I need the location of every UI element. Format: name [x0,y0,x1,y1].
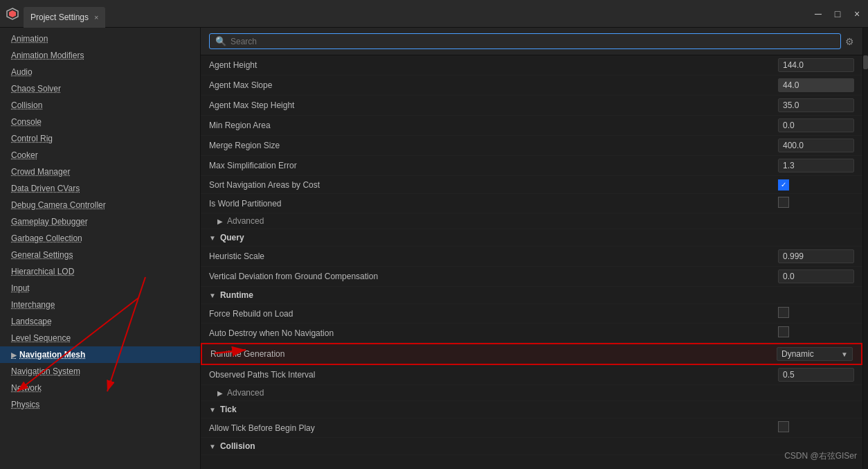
sidebar-item-physics[interactable]: Physics [0,396,200,413]
sidebar-item-console[interactable]: Console [0,114,200,130]
right-scrollbar[interactable] [862,28,868,469]
tick-section-header[interactable]: ▼ Tick [201,401,862,418]
runtime-section-label: Runtime [220,290,253,300]
sidebar-item-cooker[interactable]: Cooker [0,147,200,163]
collision-section-header[interactable]: ▼ Collision [201,438,862,455]
agent-height-input[interactable] [778,58,854,72]
sidebar-item-control-rig[interactable]: Control Rig [0,130,200,147]
observed-paths-row: Observed Paths Tick Interval [201,365,862,385]
vertical-deviation-label: Vertical Deviation from Ground Compensat… [209,272,778,281]
window-controls: ─ □ × [813,8,862,19]
agent-max-slope-value[interactable] [778,78,854,92]
sidebar-label: Crowd Manager [11,167,70,177]
sidebar-item-chaos-solver[interactable]: Chaos Solver [0,80,200,97]
runtime-advanced-row[interactable]: ▶ Advanced [201,385,862,401]
agent-height-value[interactable] [778,58,854,72]
allow-tick-checkbox[interactable] [778,421,789,432]
allow-tick-label: Allow Tick Before Begin Play [209,423,778,433]
sidebar-item-crowd-manager[interactable]: Crowd Manager [0,163,200,180]
query-collapse-icon: ▼ [209,234,216,242]
tick-collapse-icon: ▼ [209,406,216,414]
merge-region-size-row: Merge Region Size [201,136,862,156]
max-simplification-error-input[interactable] [778,159,854,172]
sidebar-item-interchange[interactable]: Interchange [0,297,200,313]
sidebar-label: Cooker [11,150,38,160]
agent-max-step-height-input[interactable] [778,98,854,112]
search-input[interactable] [230,37,835,46]
sort-nav-areas-label: Sort Navigation Areas by Cost [209,180,778,190]
sidebar-item-audio[interactable]: Audio [0,64,200,80]
allow-tick-row: Allow Tick Before Begin Play [201,418,862,438]
sidebar-item-general-settings[interactable]: General Settings [0,247,200,263]
query-section-label: Query [220,233,244,242]
sort-nav-areas-checkbox[interactable]: ✓ [778,179,789,191]
advanced-label: Advanced [227,216,264,226]
sidebar-item-input[interactable]: Input [0,280,200,297]
sidebar-item-level-sequence[interactable]: Level Sequence [0,330,200,346]
agent-max-slope-label: Agent Max Slope [209,80,778,90]
sidebar-label: Chaos Solver [11,84,61,94]
sidebar-label: Debug Camera Controller [11,200,106,210]
svg-marker-1 [9,10,16,17]
main-content: Animation Animation Modifiers Audio Chao… [0,28,868,469]
agent-max-slope-input[interactable] [778,78,854,92]
sidebar-item-gameplay-debugger[interactable]: Gameplay Debugger [0,213,200,230]
sidebar-label: General Settings [11,250,73,260]
minimize-button[interactable]: ─ [813,8,824,19]
sidebar-item-hierarchical-lod[interactable]: Hierarchical LOD [0,263,200,280]
agent-max-step-height-label: Agent Max Step Height [209,100,778,110]
sidebar-item-debug-camera[interactable]: Debug Camera Controller [0,197,200,213]
observed-paths-input[interactable] [778,368,854,382]
auto-destroy-checkbox[interactable] [778,326,789,337]
close-button[interactable]: × [851,8,862,19]
search-wrapper[interactable]: 🔍 [209,33,841,49]
sidebar-label: Collision [11,100,42,110]
sidebar-item-navigation-mesh[interactable]: ▶ Navigation Mesh [0,346,200,363]
min-region-area-input[interactable] [778,118,854,132]
collision-collapse-icon: ▼ [209,443,216,450]
force-rebuild-checkbox[interactable] [778,307,789,318]
sidebar-item-network[interactable]: Network [0,380,200,396]
sidebar-label: Animation [11,34,48,44]
sidebar-label: Data Driven CVars [11,184,80,193]
sidebar-label: Audio [11,67,33,77]
is-world-partitioned-label: Is World Partitioned [209,199,778,209]
sidebar-item-data-driven-cvars[interactable]: Data Driven CVars [0,180,200,197]
project-settings-tab[interactable]: Project Settings × [24,7,105,28]
sidebar-item-garbage-collection[interactable]: Garbage Collection [0,230,200,247]
sidebar-item-animation[interactable]: Animation [0,30,200,47]
is-world-partitioned-checkbox[interactable] [778,197,789,208]
watermark: CSDN @右弦GISer [784,450,857,462]
sidebar-label: Control Rig [11,134,53,143]
vertical-deviation-input[interactable] [778,269,854,283]
search-icon: 🔍 [215,36,226,46]
max-simplification-error-label: Max Simplification Error [209,161,778,170]
max-simplification-error-row: Max Simplification Error [201,156,862,176]
runtime-generation-dropdown[interactable]: Dynamic ▼ [777,347,853,361]
sidebar-item-navigation-system[interactable]: Navigation System [0,363,200,380]
heuristic-scale-input[interactable] [778,249,854,263]
advanced-row-top[interactable]: ▶ Advanced [201,213,862,229]
sidebar: Animation Animation Modifiers Audio Chao… [0,28,201,469]
sidebar-item-collision[interactable]: Collision [0,97,200,114]
sidebar-label: Hierarchical LOD [11,267,74,276]
settings-icon[interactable]: ⚙ [845,36,854,47]
runtime-section-header[interactable]: ▼ Runtime [201,287,862,304]
title-bar: Project Settings × ─ □ × [0,0,868,28]
tab-close-button[interactable]: × [94,13,98,21]
sidebar-item-landscape[interactable]: Landscape [0,313,200,330]
content-area: 🔍 ⚙ Agent Height Agent Max Slope Age [201,28,862,469]
sidebar-item-animation-modifiers[interactable]: Animation Modifiers [0,47,200,64]
sidebar-label: Garbage Collection [11,233,82,243]
merge-region-size-input[interactable] [778,139,854,152]
agent-max-slope-row: Agent Max Slope [201,76,862,96]
scrollbar-thumb[interactable] [863,55,868,69]
maximize-button[interactable]: □ [832,8,843,19]
collision-section-label: Collision [220,441,255,451]
query-section-header[interactable]: ▼ Query [201,229,862,247]
tick-section-label: Tick [220,405,237,414]
force-rebuild-row: Force Rebuild on Load [201,304,862,324]
sort-nav-areas-row: Sort Navigation Areas by Cost ✓ [201,176,862,194]
agent-height-label: Agent Height [209,60,778,70]
settings-scroll: Agent Height Agent Max Slope Agent Max S… [201,55,862,469]
